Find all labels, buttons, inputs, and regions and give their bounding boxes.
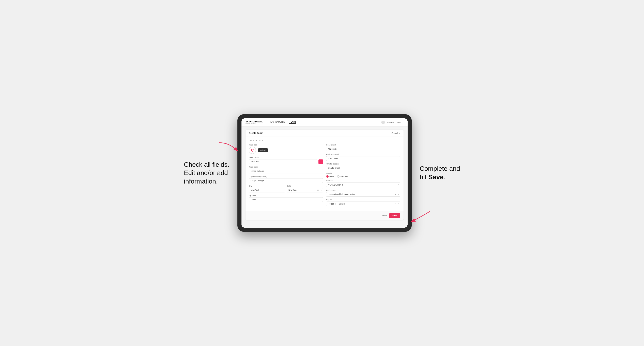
state-label: State bbox=[287, 185, 323, 187]
cancel-footer-btn[interactable]: Cancel bbox=[381, 214, 387, 217]
radio-womens[interactable]: Womens bbox=[337, 175, 348, 178]
team-name-field: Team name bbox=[249, 166, 323, 173]
colour-swatch[interactable] bbox=[318, 160, 323, 164]
annotation-save-word: Save bbox=[428, 173, 444, 181]
conference-select-wrapper: University Athletic Association ✕ ▾ bbox=[326, 192, 400, 197]
state-clear-icon[interactable]: ✕ bbox=[317, 189, 319, 191]
right-annotation: Complete and hit Save. bbox=[420, 165, 460, 181]
radio-womens-label: Womens bbox=[340, 175, 348, 178]
gender-label: Gender bbox=[326, 173, 400, 174]
region-label: Region bbox=[326, 199, 400, 201]
annotation-right-line1: Complete and bbox=[420, 165, 460, 172]
logo-char: C bbox=[251, 148, 254, 153]
form-grid: Team logo C Upload bbox=[249, 144, 400, 208]
head-coach-field: Head Coach bbox=[326, 144, 400, 151]
radio-mens-label: Mens bbox=[330, 175, 334, 178]
display-name-input[interactable] bbox=[249, 178, 323, 183]
zip-field: Zip code bbox=[249, 194, 323, 202]
state-field: State New York ✕ ▾ bbox=[287, 185, 323, 192]
display-name-label: Display name (unique) bbox=[249, 175, 323, 177]
panel-footer: Cancel Save bbox=[246, 211, 404, 220]
save-button[interactable]: Save bbox=[389, 213, 400, 218]
left-annotation: Check all fields. Edit and/or add inform… bbox=[184, 161, 229, 186]
conference-field: Conference University Athletic Associati… bbox=[326, 189, 400, 197]
radio-womens-dot bbox=[337, 175, 340, 178]
annotation-line3: information. bbox=[184, 178, 218, 185]
panel-body: TEAM DETAILS Team logo C bbox=[246, 137, 404, 211]
head-coach-label: Head Coach bbox=[326, 144, 400, 146]
team-name-label: Team name bbox=[249, 166, 323, 168]
assistant-coach-field: Assistant Coach bbox=[326, 153, 400, 161]
tablet-frame: SCOREBOARD Powered by clippd TOURNAMENTS… bbox=[238, 114, 412, 232]
region-select-wrapper: Region II - (M) DIII ✕ ▾ bbox=[326, 201, 400, 206]
head-coach-input[interactable] bbox=[326, 147, 400, 151]
assistant-coach-input[interactable] bbox=[326, 156, 400, 161]
team-colour-field: Team colour bbox=[249, 157, 323, 164]
main-content: Create Team Cancel ✕ TEAM DETAILS bbox=[242, 127, 408, 228]
assistant-coach-label: Assistant Coach bbox=[326, 153, 400, 155]
city-state-row: City State New York bbox=[249, 185, 323, 192]
annotation-right-line2: hit Save. bbox=[420, 173, 445, 181]
region-field: Region Region II - (M) DIII ✕ ▾ bbox=[326, 199, 400, 206]
region-select[interactable]: Region II - (M) DIII bbox=[326, 201, 400, 206]
nav-teams[interactable]: TEAMS bbox=[289, 121, 296, 124]
create-team-panel: Create Team Cancel ✕ TEAM DETAILS bbox=[246, 130, 404, 220]
division-select-wrapper: NCAA Division III ▾ bbox=[326, 182, 400, 187]
division-label: Division bbox=[326, 180, 400, 182]
panel-header: Create Team Cancel ✕ bbox=[246, 130, 404, 137]
zip-label: Zip code bbox=[249, 194, 323, 196]
region-clear-icon[interactable]: ✕ bbox=[394, 203, 396, 205]
athletic-director-label: Athletic Director bbox=[326, 163, 400, 165]
navbar: SCOREBOARD Powered by clippd TOURNAMENTS… bbox=[242, 118, 408, 127]
radio-mens-dot bbox=[326, 175, 328, 178]
conference-select[interactable]: University Athletic Association bbox=[326, 192, 400, 197]
team-logo-label: Team logo bbox=[249, 144, 323, 146]
city-field: City bbox=[249, 185, 285, 192]
upload-button[interactable]: Upload bbox=[258, 148, 268, 152]
athletic-director-input[interactable] bbox=[326, 166, 400, 170]
navbar-links: TOURNAMENTS TEAMS bbox=[270, 121, 296, 124]
display-name-field: Display name (unique) bbox=[249, 175, 323, 183]
navbar-right: Test User | Sign out bbox=[381, 121, 404, 124]
radio-mens[interactable]: Mens bbox=[326, 175, 334, 178]
close-icon: ✕ bbox=[399, 132, 400, 134]
division-field: Division NCAA Division III ▾ bbox=[326, 180, 400, 187]
state-select-wrapper: New York ✕ ▾ bbox=[287, 188, 323, 192]
sign-out-link[interactable]: Sign out bbox=[397, 121, 404, 123]
logo-circle: C bbox=[249, 147, 256, 154]
colour-row bbox=[249, 159, 323, 164]
user-avatar bbox=[381, 121, 385, 124]
annotation-line1: Check all fields. bbox=[184, 161, 229, 168]
nav-tournaments[interactable]: TOURNAMENTS bbox=[270, 121, 285, 124]
section-label: TEAM DETAILS bbox=[249, 140, 400, 142]
app-logo: SCOREBOARD Powered by clippd bbox=[246, 121, 264, 124]
logo-main: SCOREBOARD bbox=[246, 121, 264, 123]
team-colour-label: Team colour bbox=[249, 157, 323, 159]
conference-label: Conference bbox=[326, 189, 400, 191]
athletic-director-field: Athletic Director bbox=[326, 163, 400, 170]
city-label: City bbox=[249, 185, 285, 187]
cancel-header-label: Cancel bbox=[392, 132, 398, 134]
zip-input[interactable] bbox=[249, 197, 323, 202]
annotation-line2: Edit and/or add bbox=[184, 169, 228, 176]
team-name-input[interactable] bbox=[249, 169, 323, 173]
logo-area: C Upload bbox=[249, 147, 323, 154]
tablet-screen: SCOREBOARD Powered by clippd TOURNAMENTS… bbox=[242, 118, 408, 228]
logo-sub: Powered by clippd bbox=[246, 123, 264, 124]
team-logo-field: Team logo C Upload bbox=[249, 144, 323, 154]
user-label: Test User | bbox=[386, 121, 395, 123]
form-right: Head Coach Assistant Coach bbox=[326, 144, 400, 208]
panel-title: Create Team bbox=[249, 132, 263, 135]
colour-input[interactable] bbox=[249, 159, 317, 164]
form-left: Team logo C Upload bbox=[249, 144, 323, 208]
gender-field: Gender Mens Womens bbox=[326, 173, 400, 178]
division-select[interactable]: NCAA Division III bbox=[326, 182, 400, 187]
conference-clear-icon[interactable]: ✕ bbox=[394, 193, 396, 195]
city-input[interactable] bbox=[249, 188, 285, 192]
gender-row: Mens Womens bbox=[326, 175, 400, 178]
cancel-header-btn[interactable]: Cancel ✕ bbox=[392, 132, 400, 134]
